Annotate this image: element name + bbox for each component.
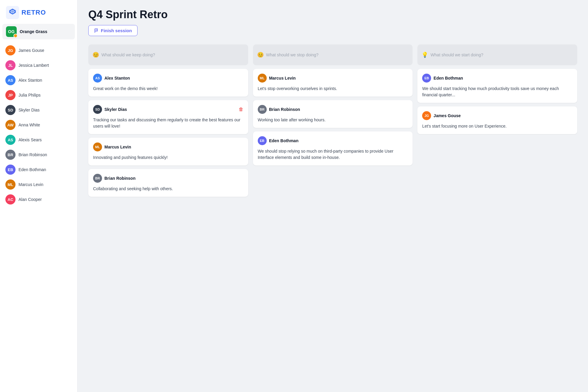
sidebar-member-item[interactable]: SD Skyler Dias: [2, 103, 75, 117]
main-content: Q4 Sprint Retro Finish session 😊 What sh…: [78, 0, 588, 392]
sidebar-member-item[interactable]: JP Julia Philips: [2, 88, 75, 103]
retro-card: ML Marcus Levin Innovating and pushing f…: [88, 138, 248, 165]
card-avatar: ML: [258, 74, 267, 83]
card-author: ML Marcus Levin: [258, 74, 296, 83]
member-avatar: JP: [5, 90, 16, 100]
card-author-name: James Gouse: [433, 113, 461, 118]
column-keep: 😊 What should we keep doing? AS Alex Sta…: [88, 44, 248, 385]
card-header: SD Skyler Dias 🗑: [93, 105, 243, 114]
sidebar-member-item[interactable]: AS Alex Stanton: [2, 73, 75, 88]
card-author: EB Eden Bothman: [422, 74, 463, 83]
member-name: Marcus Levin: [18, 182, 43, 187]
card-text: Innovating and pushing features quickly!: [93, 154, 243, 161]
member-name: Skyler Dias: [18, 108, 40, 112]
workspace-avatar: OG: [6, 26, 17, 37]
member-avatar: AS: [5, 75, 16, 85]
card-avatar: ML: [93, 142, 102, 151]
member-name: James Gouse: [18, 48, 44, 53]
member-name: Julia Philips: [18, 93, 41, 97]
card-text: Let's stop overworking ourselves in spri…: [258, 86, 408, 92]
card-author-name: Eden Bothman: [433, 76, 463, 80]
retro-card: ML Marcus Levin Let's stop overworking o…: [253, 69, 413, 97]
card-avatar: BR: [93, 174, 102, 183]
card-author: ML Marcus Levin: [93, 142, 131, 151]
column-input-start[interactable]: 💡 What should we start doing?: [417, 44, 577, 65]
sidebar-member-item[interactable]: JL Jessica Lambert: [2, 58, 75, 73]
member-name: Alexis Sears: [18, 137, 42, 142]
sidebar-member-item[interactable]: AW Anna White: [2, 117, 75, 132]
card-avatar: BR: [258, 105, 267, 114]
card-author-name: Brian Robinson: [269, 107, 300, 112]
retro-card: BR Brian Robinson Working too late after…: [253, 100, 413, 128]
flag-icon: [94, 28, 99, 33]
card-header: AS Alex Stanton: [93, 74, 243, 83]
card-header: BR Brian Robinson: [258, 105, 408, 114]
column-icon-start: 💡: [422, 52, 428, 58]
column-icon-stop: 😊: [257, 52, 264, 58]
card-text: Great work on the demo this week!: [93, 86, 243, 92]
members-list: JG James Gouse JL Jessica Lambert AS Ale…: [0, 43, 77, 207]
column-placeholder-start: What should we start doing?: [430, 52, 483, 57]
card-text: We should stop relying so much on third-…: [258, 148, 408, 161]
column-placeholder-keep: What should we keep doing?: [101, 52, 155, 57]
member-avatar: BR: [5, 150, 16, 160]
card-author-name: Eden Bothman: [269, 138, 299, 143]
page-title: Q4 Sprint Retro: [88, 8, 577, 21]
card-header: ML Marcus Levin: [258, 74, 408, 83]
member-avatar: EB: [5, 165, 16, 175]
card-author: BR Brian Robinson: [93, 174, 135, 183]
card-text: Tracking our tasks and discussing them r…: [93, 117, 243, 129]
member-avatar: JG: [5, 45, 16, 55]
member-name: Eden Bothman: [18, 167, 46, 172]
member-name: Alan Cooper: [18, 197, 42, 202]
retro-card: SD Skyler Dias 🗑 Tracking our tasks and …: [88, 100, 248, 134]
card-avatar: SD: [93, 105, 102, 114]
column-input-stop[interactable]: 😊 What should we stop doing?: [253, 44, 413, 65]
sidebar: RETRO OG Orange Grass JG James Gouse JL …: [0, 0, 78, 392]
column-input-keep[interactable]: 😊 What should we keep doing?: [88, 44, 248, 65]
column-placeholder-stop: What should we stop doing?: [266, 52, 319, 57]
finish-session-button[interactable]: Finish session: [88, 25, 138, 36]
card-header: EB Eden Bothman: [422, 74, 572, 83]
member-avatar: ML: [5, 179, 16, 190]
card-avatar: AS: [93, 74, 102, 83]
member-avatar: SD: [5, 105, 16, 115]
retro-card: JG James Gouse Let's start focusing more…: [417, 106, 577, 134]
card-text: Working too late after working hours.: [258, 117, 408, 123]
card-header: BR Brian Robinson: [93, 174, 243, 183]
card-author: BR Brian Robinson: [258, 105, 300, 114]
card-author-name: Marcus Levin: [104, 145, 131, 149]
sidebar-member-item[interactable]: EB Eden Bothman: [2, 162, 75, 177]
main-header: Q4 Sprint Retro Finish session: [78, 0, 588, 41]
retro-logo-icon: [6, 6, 19, 19]
sidebar-member-item[interactable]: JG James Gouse: [2, 43, 75, 58]
board: 😊 What should we keep doing? AS Alex Sta…: [78, 41, 588, 392]
card-text: Let's start focusing more on User Experi…: [422, 123, 572, 129]
member-name: Jessica Lambert: [18, 63, 49, 68]
card-author-name: Brian Robinson: [104, 176, 135, 181]
member-avatar: AW: [5, 120, 16, 130]
member-name: Alex Stanton: [18, 78, 42, 83]
retro-card: EB Eden Bothman We should start tracking…: [417, 69, 577, 103]
column-start: 💡 What should we start doing? EB Eden Bo…: [417, 44, 577, 385]
logo-text: RETRO: [21, 9, 46, 16]
card-avatar: JG: [422, 111, 431, 120]
member-name: Brian Robinson: [18, 152, 47, 157]
retro-card: BR Brian Robinson Collaborating and seek…: [88, 169, 248, 197]
sidebar-member-item[interactable]: ML Marcus Levin: [2, 177, 75, 192]
sidebar-member-item[interactable]: BR Brian Robinson: [2, 147, 75, 162]
member-avatar: AC: [5, 194, 16, 204]
card-author: SD Skyler Dias: [93, 105, 127, 114]
card-author-name: Skyler Dias: [104, 107, 127, 112]
card-header: JG James Gouse: [422, 111, 572, 120]
card-author: EB Eden Bothman: [258, 136, 299, 145]
column-stop: 😊 What should we stop doing? ML Marcus L…: [253, 44, 413, 385]
workspace-badge: [13, 34, 18, 38]
sidebar-member-item[interactable]: AS Alexis Sears: [2, 132, 75, 147]
sidebar-member-item[interactable]: AC Alan Cooper: [2, 192, 75, 207]
card-author: AS Alex Stanton: [93, 74, 130, 83]
workspace-item[interactable]: OG Orange Grass: [2, 24, 75, 39]
delete-card-icon[interactable]: 🗑: [239, 107, 243, 112]
workspace-name: Orange Grass: [20, 29, 47, 34]
retro-card: EB Eden Bothman We should stop relying s…: [253, 131, 413, 165]
